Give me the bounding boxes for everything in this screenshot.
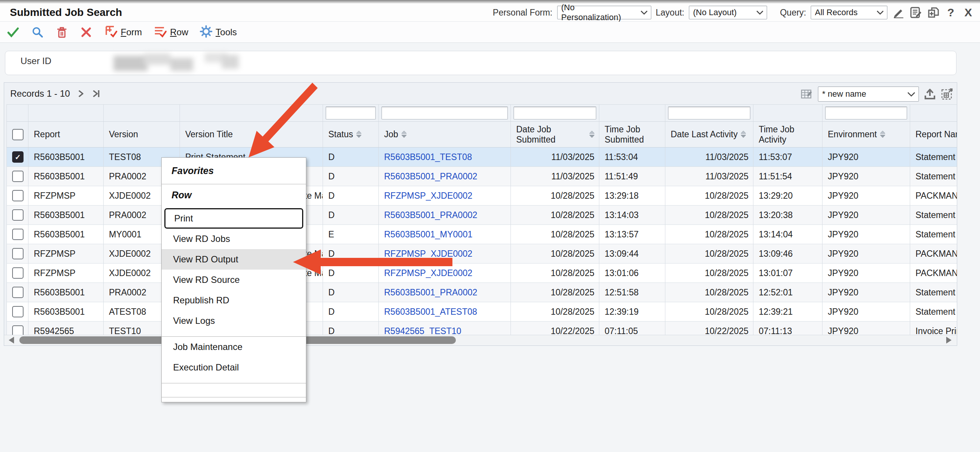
- cell-date_last_activity: 10/28/2025: [665, 225, 753, 244]
- cell-check: [6, 225, 29, 244]
- menu-item-view-rd-jobs[interactable]: View RD Jobs: [162, 228, 306, 249]
- expand-grid-icon[interactable]: [941, 87, 954, 100]
- last-page-icon[interactable]: [92, 89, 102, 98]
- scroll-left-icon[interactable]: [9, 337, 14, 344]
- cell-date_job_submitted: 10/28/2025: [511, 263, 599, 282]
- user-id-label: User ID: [21, 56, 51, 67]
- cell-time_job_activity: 13:20:38: [753, 206, 822, 225]
- menu-separator: [162, 397, 306, 397]
- row-checkbox[interactable]: [12, 306, 24, 317]
- cell-environment: JPY920: [822, 283, 910, 302]
- table-row[interactable]: RFZPMSPXJDE0002PACKMAN - Submit TST Upda…: [6, 186, 957, 206]
- cell-date_last_activity: 10/28/2025: [665, 206, 753, 225]
- cell-time_job_activity: 13:29:20: [753, 186, 822, 205]
- submitted-job-search-page: { "title": "Submitted Job Search", "titl…: [0, 0, 980, 452]
- column-header-job[interactable]: Job: [379, 122, 511, 147]
- menu-item-republish-rd[interactable]: Republish RD: [162, 290, 306, 311]
- row-checkbox[interactable]: [12, 267, 24, 279]
- cell-time_job_submitted: 13:29:18: [599, 186, 665, 205]
- table-row[interactable]: R5603B5001PRA0002Print StatementDR5603B5…: [6, 283, 957, 302]
- save-as-icon[interactable]: [927, 6, 940, 19]
- table-row[interactable]: R5603B5001MY0001Print StatementER5603B50…: [6, 225, 957, 244]
- help-icon[interactable]: ?: [944, 6, 957, 19]
- table-row[interactable]: R5942565TEST10Delivery Note SKDR5942565_…: [6, 322, 957, 336]
- cell-environment: JPY920: [822, 147, 910, 167]
- job-link[interactable]: R5603B5001_ATEST08: [384, 307, 477, 317]
- column-header-status[interactable]: Status: [323, 122, 379, 147]
- edit-query-pencil-icon[interactable]: [892, 6, 905, 19]
- job-link[interactable]: RFZPMSP_XJDE0002: [384, 249, 473, 259]
- cell-date_last_activity: 11/03/2025: [665, 167, 753, 186]
- cell-environment: JPY920: [822, 302, 910, 321]
- cell-check: ✓: [6, 147, 29, 167]
- column-label: Job: [384, 129, 398, 139]
- filter-input-status[interactable]: [326, 106, 376, 119]
- export-grid-icon[interactable]: [923, 87, 936, 100]
- menu-item-print[interactable]: Print: [164, 208, 303, 228]
- table-row[interactable]: R5603B5001PRA0002Print StatementDR5603B5…: [6, 206, 957, 225]
- filter-input-job[interactable]: [382, 106, 508, 119]
- close-icon[interactable]: X: [962, 6, 975, 19]
- cell-status: D: [323, 302, 379, 321]
- menu-header-favorites: Favorites: [162, 160, 306, 179]
- job-link[interactable]: R5603B5001_PRA0002: [384, 287, 477, 298]
- find-search-icon[interactable]: [31, 26, 44, 39]
- job-link[interactable]: R5603B5001_PRA0002: [384, 171, 477, 182]
- personalize-form-icon[interactable]: [909, 6, 922, 19]
- cell-status: E: [323, 225, 379, 244]
- job-link[interactable]: R5603B5001_PRA0002: [384, 210, 477, 220]
- table-row[interactable]: RFZPMSPXJDE0002PACKMAN - Submit TST Upda…: [6, 244, 957, 263]
- job-link[interactable]: RFZPMSP_XJDE0002: [384, 191, 473, 201]
- form-menu-button[interactable]: Form: [104, 25, 142, 40]
- filter-input-date_last_activity[interactable]: [668, 106, 750, 119]
- cell-time_job_activity: 07:11:13: [753, 322, 822, 336]
- scroll-right-icon[interactable]: [946, 337, 951, 344]
- menu-item-view-logs[interactable]: View Logs: [162, 311, 306, 331]
- select-all-checkbox[interactable]: [12, 129, 24, 140]
- query-select[interactable]: All Records: [811, 6, 888, 19]
- next-page-icon[interactable]: [77, 89, 85, 98]
- table-row[interactable]: R5603B5001PRA0002Print StatementDR5603B5…: [6, 167, 957, 186]
- job-link[interactable]: RFZPMSP_XJDE0002: [384, 268, 473, 278]
- grid-edit-icon[interactable]: [800, 87, 813, 100]
- cell-report_name: PACKMAN - S: [910, 263, 957, 282]
- column-header-version: Version: [103, 122, 180, 147]
- table-row[interactable]: RFZPMSPXJDE0002PACKMAN - Submit TST Upda…: [6, 263, 957, 283]
- row-checkbox[interactable]: [12, 171, 24, 182]
- menu-header-row: Row: [162, 184, 306, 203]
- column-label: Version Title: [185, 129, 233, 139]
- column-header-date_job_submitted[interactable]: Date Job Submitted: [511, 122, 599, 147]
- layout-select[interactable]: (No Layout): [689, 6, 767, 19]
- row-checkbox[interactable]: ✓: [12, 151, 24, 163]
- row-checkbox[interactable]: [12, 325, 24, 336]
- row-checkbox[interactable]: [12, 190, 24, 201]
- cell-time_job_activity: 13:09:46: [753, 244, 822, 263]
- delete-trash-icon[interactable]: [56, 26, 68, 39]
- table-row[interactable]: R5603B5001ATEST08Print Statement BIPDR56…: [6, 302, 957, 322]
- menu-item-view-rd-output[interactable]: View RD Output: [162, 249, 306, 270]
- column-header-environment[interactable]: Environment: [822, 122, 910, 147]
- job-link[interactable]: R5603B5001_MY0001: [384, 229, 473, 239]
- row-menu-button[interactable]: Row: [153, 25, 188, 40]
- menu-item-execution-detail[interactable]: Execution Detail: [162, 357, 306, 377]
- cancel-x-icon[interactable]: [80, 26, 92, 39]
- row-checkbox[interactable]: [12, 209, 24, 221]
- column-header-date_last_activity[interactable]: Date Last Activity: [665, 122, 753, 147]
- cell-report_name: PACKMAN - S: [910, 186, 957, 205]
- saved-query-select[interactable]: * new name: [818, 86, 919, 102]
- filter-input-date_job_submitted[interactable]: [514, 106, 596, 119]
- cell-time_job_submitted: 13:13:57: [599, 225, 665, 244]
- table-row[interactable]: ✓R5603B5001TEST08Print StatementDR5603B5…: [6, 147, 957, 167]
- horizontal-scrollbar[interactable]: [4, 335, 957, 346]
- row-checkbox[interactable]: [12, 228, 24, 240]
- cell-environment: JPY920: [822, 244, 910, 263]
- row-checkbox[interactable]: [12, 287, 24, 298]
- menu-item-job-maintenance[interactable]: Job Maintenance: [162, 337, 306, 357]
- menu-item-view-rd-source[interactable]: View RD Source: [162, 270, 306, 290]
- personal-form-select[interactable]: (No Personalization): [557, 6, 651, 19]
- filter-input-environment[interactable]: [825, 106, 907, 119]
- ok-check-icon[interactable]: [7, 26, 20, 39]
- job-link[interactable]: R5603B5001_TEST08: [384, 152, 472, 162]
- row-checkbox[interactable]: [12, 248, 24, 259]
- tools-menu-button[interactable]: Tools: [200, 25, 237, 40]
